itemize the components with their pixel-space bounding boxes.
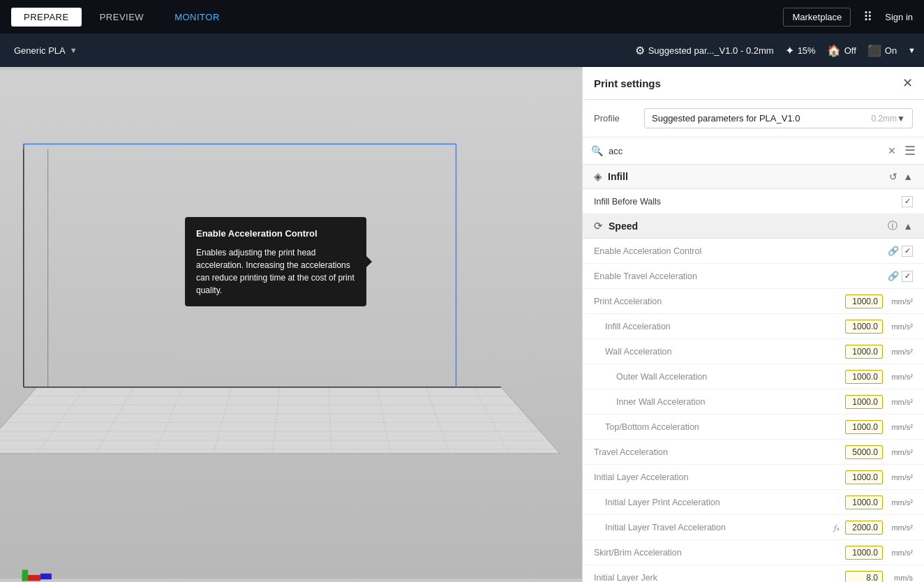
initial-layer-print-acceleration-actions: 1000.0 mm/s² [845,495,913,509]
infill-section-header[interactable]: ◈ Infill ↺ ▲ [583,165,924,189]
travel-acceleration-actions: 5000.0 mm/s² [845,445,913,459]
profile-row: Profile Suggested parameters for PLA_V1.… [583,100,924,137]
initial-layer-travel-acceleration-actions: 𝑓ₓ 2000.0 mm/s² [834,521,913,535]
initial-layer-jerk-label: Initial Layer Jerk [594,573,845,583]
profile-label: Profile [594,113,636,124]
initial-layer-jerk-unit: mm/s [888,574,913,582]
initial-layer-print-acceleration-row: Initial Layer Print Acceleration 1000.0 … [583,490,924,515]
print-acceleration-label: Print Acceleration [594,297,845,306]
right-panel: Print settings ✕ Profile Suggested param… [582,67,924,582]
viewport[interactable]: Enable Acceleration Control Enables adju… [0,67,582,582]
infill-acceleration-value[interactable]: 1000.0 [845,320,883,334]
tooltip-text: Enables adjusting the print head acceler… [196,246,355,297]
infill-collapse-button[interactable]: ▲ [903,171,913,182]
infill-before-walls-checkbox[interactable] [902,196,913,207]
wall-acceleration-value[interactable]: 1000.0 [845,345,883,359]
search-clear-icon[interactable]: ✕ [888,145,896,156]
search-icon: 🔍 [591,145,603,156]
monitor-tab[interactable]: MONITOR [162,8,232,27]
support-value: Off [844,45,856,56]
link-icon-2[interactable]: 🔗 [888,271,899,281]
infill-header-actions: ↺ ▲ [889,171,913,182]
prepare-tab[interactable]: PREPARE [11,8,82,27]
speed-info-button[interactable]: ⓘ [888,220,897,232]
initial-layer-print-acceleration-value[interactable]: 1000.0 [845,495,883,509]
infill-acceleration-actions: 1000.0 mm/s² [845,320,913,334]
sliders-icon: ⚙ [635,44,645,57]
travel-acceleration-value[interactable]: 5000.0 [845,445,883,459]
panel-title: Print settings [594,77,661,89]
infill-acceleration-label: Infill Acceleration [605,322,845,331]
infill-before-walls-label: Infill Before Walls [594,197,902,207]
material-chevron-icon: ▼ [70,46,77,54]
travel-acceleration-row: Travel Acceleration 5000.0 mm/s² [583,440,924,465]
marketplace-button[interactable]: Marketplace [783,8,851,27]
profile-select[interactable]: Suggested parameters for PLA_V1.0 0.2mm … [644,108,913,128]
svg-rect-30 [40,574,52,579]
initial-layer-travel-acceleration-label: Initial Layer Travel Acceleration [605,523,834,532]
infill-value: 15% [798,45,816,56]
enable-acceleration-control-label: Enable Acceleration Control [594,246,888,256]
speed-collapse-button[interactable]: ▲ [903,221,913,232]
support-control[interactable]: 🏠 Off [827,44,856,57]
signin-button[interactable]: Sign in [885,12,913,22]
print-acceleration-value[interactable]: 1000.0 [845,294,883,308]
search-input[interactable] [609,146,882,156]
infill-reset-button[interactable]: ↺ [889,171,897,182]
tooltip-arrow [366,256,372,267]
infill-before-walls-row: Infill Before Walls [583,189,924,214]
preview-tab[interactable]: PREVIEW [87,8,156,27]
profile-chevron-icon: ▼ [897,114,905,124]
adhesion-control[interactable]: ⬛ On [867,44,897,57]
panel-header: Print settings ✕ [583,67,924,100]
infill-section-icon: ◈ [594,170,602,183]
profile-control[interactable]: ⚙ Suggested par..._V1.0 - 0.2mm [635,44,774,57]
initial-layer-acceleration-row: Initial Layer Acceleration 1000.0 mm/s² [583,465,924,490]
top-bottom-acceleration-value[interactable]: 1000.0 [845,420,883,434]
print-acceleration-row: Print Acceleration 1000.0 mm/s² [583,289,924,314]
infill-section-title: Infill [608,171,884,182]
outer-wall-acceleration-actions: 1000.0 mm/s² [845,370,913,384]
fx-icon[interactable]: 𝑓ₓ [834,523,840,532]
wall-acceleration-unit: mm/s² [888,348,913,356]
controls-chevron-icon[interactable]: ▼ [908,46,916,54]
skirt-brim-acceleration-value[interactable]: 1000.0 [845,546,883,560]
inner-wall-acceleration-unit: mm/s² [888,398,913,406]
enable-travel-acceleration-checkbox[interactable] [902,271,913,282]
close-panel-button[interactable]: ✕ [902,77,913,89]
inner-wall-acceleration-row: Inner Wall Acceleration 1000.0 mm/s² [583,389,924,415]
wall-acceleration-row: Wall Acceleration 1000.0 mm/s² [583,339,924,364]
tooltip-title: Enable Acceleration Control [196,227,355,241]
infill-acceleration-unit: mm/s² [888,322,913,331]
initial-layer-print-acceleration-unit: mm/s² [888,498,913,507]
grid-apps-icon[interactable]: ⠿ [863,9,872,24]
initial-layer-jerk-value[interactable]: 8.0 [845,571,883,583]
initial-layer-travel-acceleration-value[interactable]: 2000.0 [845,521,883,535]
search-menu-icon[interactable]: ☰ [904,143,916,158]
infill-control[interactable]: ✦ 15% [785,44,816,57]
enable-acceleration-checkbox[interactable] [902,246,913,257]
inner-wall-acceleration-value[interactable]: 1000.0 [845,395,883,409]
infill-acceleration-row: Infill Acceleration 1000.0 mm/s² [583,314,924,339]
outer-wall-acceleration-row: Outer Wall Acceleration 1000.0 mm/s² [583,364,924,389]
outer-wall-acceleration-label: Outer Wall Acceleration [616,372,845,382]
top-bottom-acceleration-label: Top/Bottom Acceleration [605,422,845,432]
tooltip-box: Enable Acceleration Control Enables adju… [185,217,366,306]
adhesion-value: On [885,45,897,56]
print-acceleration-unit: mm/s² [888,297,913,306]
initial-layer-acceleration-value[interactable]: 1000.0 [845,470,883,484]
initial-layer-jerk-actions: 8.0 mm/s [845,571,913,583]
search-bar: 🔍 ✕ ☰ [583,137,924,165]
enable-travel-actions: 🔗 [888,271,913,282]
viewport-canvas [0,67,582,582]
link-icon-1[interactable]: 🔗 [888,246,899,256]
top-bottom-acceleration-row: Top/Bottom Acceleration 1000.0 mm/s² [583,415,924,440]
speed-section-header[interactable]: ⟳ Speed ⓘ ▲ [583,214,924,239]
outer-wall-acceleration-value[interactable]: 1000.0 [845,370,883,384]
settings-content[interactable]: ◈ Infill ↺ ▲ Infill Before Walls ⟳ Speed… [583,165,924,582]
speed-section-icon: ⟳ [594,220,603,232]
initial-layer-travel-acceleration-row: Initial Layer Travel Acceleration 𝑓ₓ 200… [583,515,924,540]
material-selector[interactable]: Generic PLA ▼ [8,43,83,59]
top-bottom-acceleration-unit: mm/s² [888,423,913,431]
support-icon: 🏠 [827,44,841,57]
